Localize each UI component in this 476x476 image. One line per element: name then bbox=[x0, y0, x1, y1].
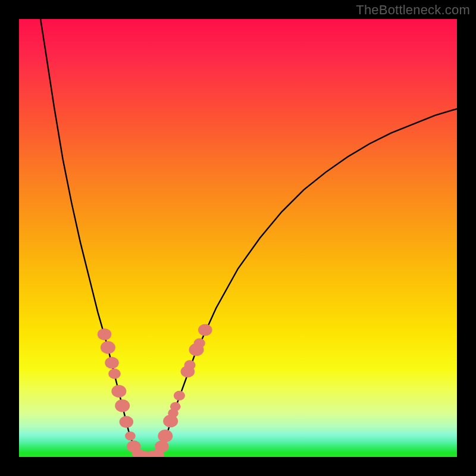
bead-marker bbox=[115, 399, 130, 412]
bead-group bbox=[98, 324, 212, 457]
bead-marker bbox=[101, 341, 115, 353]
bead-marker bbox=[105, 357, 119, 369]
plot-area bbox=[19, 19, 457, 457]
bead-marker bbox=[120, 416, 134, 428]
bottleneck-curve bbox=[40, 19, 457, 457]
bead-marker bbox=[198, 324, 212, 336]
bead-marker bbox=[194, 339, 205, 348]
bead-marker bbox=[155, 440, 169, 452]
chart-frame: TheBottleneck.com bbox=[0, 0, 476, 476]
bead-marker bbox=[98, 328, 112, 340]
chart-svg bbox=[19, 19, 457, 457]
curve-group bbox=[40, 19, 457, 457]
bead-marker bbox=[170, 402, 181, 411]
bead-marker bbox=[125, 431, 136, 440]
bead-marker bbox=[158, 430, 173, 442]
bead-marker bbox=[184, 360, 195, 369]
bead-marker bbox=[174, 391, 185, 400]
bead-marker bbox=[108, 368, 121, 379]
watermark-text: TheBottleneck.com bbox=[356, 2, 470, 18]
bead-marker bbox=[111, 385, 126, 397]
